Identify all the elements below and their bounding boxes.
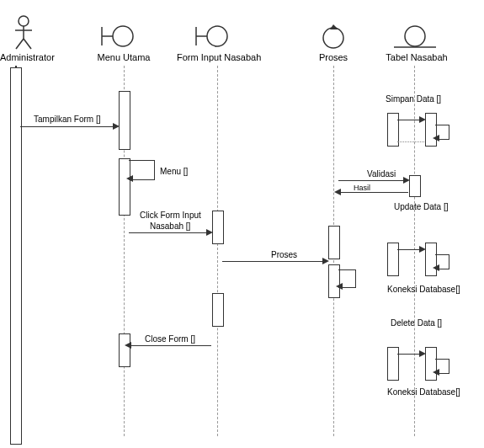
msg-click-form-1: Click Form Input (140, 211, 201, 220)
label-proses: Proses (316, 52, 351, 62)
svg-line-3 (16, 39, 24, 49)
arrow-head-icon (433, 369, 439, 376)
svg-point-13 (405, 26, 425, 46)
boundary-icon (99, 25, 136, 51)
activation-bar (387, 243, 399, 276)
activation-bar (212, 211, 224, 244)
msg-koneksi1: Koneksi Database[] (387, 285, 460, 294)
arrow-head-icon (125, 342, 131, 349)
msg-close-form: Close Form [] (145, 334, 195, 344)
msg-tampilkan: Tampilkan Form [] (34, 115, 100, 124)
arrow-head-icon (113, 123, 120, 130)
arrow-head-icon (206, 229, 213, 236)
arrow-head-icon (322, 258, 329, 264)
activation-bar (212, 293, 224, 327)
arrow-head-icon (419, 116, 426, 123)
svg-line-4 (24, 39, 31, 49)
msg-delete: Delete Data [] (391, 318, 442, 328)
arrow-head-icon (126, 175, 133, 182)
msg-menu: Menu [] (160, 167, 188, 176)
arrow-head-icon (336, 283, 343, 290)
label-administrator: Administrator (0, 52, 51, 62)
msg-proses: Proses (271, 250, 297, 259)
msg-koneksi2: Koneksi Database[] (387, 387, 460, 397)
arrow (129, 345, 211, 346)
arrow (222, 261, 327, 262)
activation-bar (409, 175, 421, 197)
return-arrow (397, 141, 424, 142)
msg-update: Update Data [] (394, 202, 448, 211)
svg-marker-12 (330, 24, 338, 29)
label-menu-utama: Menu Utama (94, 52, 153, 62)
activation-bar (10, 67, 22, 445)
arrow-head-icon (419, 350, 426, 357)
activation-bar (119, 91, 130, 150)
arrow-head-icon (433, 264, 439, 271)
activation-bar (387, 347, 399, 381)
actor-icon (12, 15, 35, 51)
msg-simpan: Simpan Data [] (386, 94, 441, 104)
arrow-head-icon (403, 177, 410, 184)
lifeline-tabel (414, 66, 415, 436)
label-tabel-nasabah: Tabel Nasabah (383, 52, 450, 62)
sequence-diagram: Administrator Menu Utama Form Input Nasa… (0, 0, 484, 448)
entity-icon (392, 24, 438, 54)
svg-point-11 (323, 28, 343, 48)
arrow (338, 192, 408, 193)
arrow (338, 180, 408, 181)
lifeline-form (217, 66, 218, 436)
msg-validasi: Validasi (367, 169, 396, 179)
svg-point-7 (113, 26, 133, 46)
control-icon (321, 24, 346, 52)
arrow-head-icon (433, 135, 439, 141)
arrow (20, 126, 118, 127)
msg-click-form-2: Nasabah [] (150, 221, 190, 231)
arrow-head-icon (419, 246, 426, 253)
label-form-input: Form Input Nasabah (177, 52, 261, 62)
msg-hasil: Hasil (354, 184, 370, 192)
svg-point-10 (207, 26, 227, 46)
activation-bar (328, 226, 340, 259)
activation-bar (119, 333, 130, 367)
boundary-icon (194, 25, 231, 51)
arrow (129, 232, 211, 233)
arrow-head-icon (334, 189, 341, 195)
svg-point-0 (19, 16, 29, 26)
